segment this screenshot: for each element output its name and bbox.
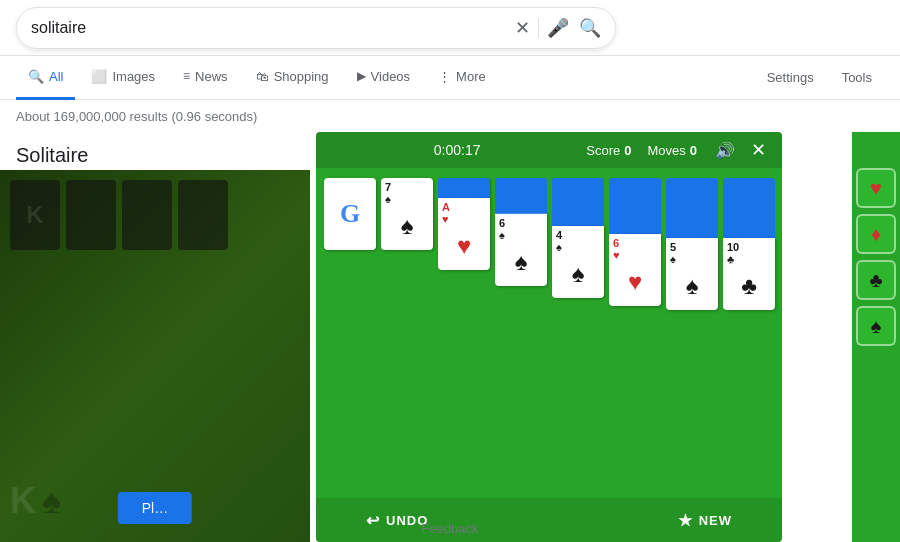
card-5-spades[interactable]: 5♠ ♠ <box>666 238 718 310</box>
card-back-4a[interactable] <box>552 178 604 194</box>
card-back-4b[interactable] <box>552 194 604 210</box>
game-close-button[interactable]: ✕ <box>747 139 770 161</box>
bg-card-4 <box>178 180 228 250</box>
card-back-7e[interactable] <box>723 218 775 228</box>
undo-button[interactable]: ↩ UNDO <box>366 511 428 530</box>
tab-shopping-label: Shopping <box>274 69 329 84</box>
game-header: 0:00:17 Score 0 Moves 0 🔊 ✕ <box>316 132 782 168</box>
tab-images[interactable]: ⬜ Images <box>79 56 167 100</box>
card-rank-top: 10♣ <box>727 241 771 265</box>
tools-label: Tools <box>842 70 872 85</box>
game-area: G 7♠ ♠ A♥ ♥ <box>316 168 782 498</box>
bg-card-2 <box>66 180 116 250</box>
more-icon: ⋮ <box>438 69 451 84</box>
card-column-4: 4♠ ♠ <box>552 178 604 298</box>
bg-cards-bottom: K ♠ <box>10 480 61 522</box>
tab-videos[interactable]: ▶ Videos <box>345 56 423 100</box>
search-bar: ✕ 🎤 🔍 <box>0 0 900 56</box>
card-back-5c[interactable] <box>609 206 661 220</box>
card-suit: ♠ <box>670 265 714 307</box>
tab-news-label: News <box>195 69 228 84</box>
suit-pile-diamonds[interactable]: ♦ <box>856 214 896 254</box>
card-back-4c[interactable] <box>552 210 604 226</box>
tab-shopping[interactable]: 🛍 Shopping <box>244 56 341 100</box>
card-column-5: 6♥ ♥ <box>609 178 661 306</box>
shopping-icon: 🛍 <box>256 69 269 84</box>
nav-tabs: 🔍 All ⬜ Images ≡ News 🛍 Shopping ▶ Video… <box>0 56 900 100</box>
card-10-clubs[interactable]: 10♣ ♣ <box>723 238 775 310</box>
card-back-5a[interactable] <box>609 178 661 192</box>
search-icon[interactable]: 🔍 <box>579 17 601 39</box>
card-6-spades[interactable]: 6♠ ♠ <box>495 214 547 286</box>
stock-pile[interactable]: G <box>324 178 376 250</box>
score-label: Score <box>586 143 620 158</box>
divider <box>538 18 539 38</box>
play-button[interactable]: Pl… <box>118 492 192 524</box>
new-game-button[interactable]: ★ NEW <box>678 511 732 530</box>
tab-news[interactable]: ≡ News <box>171 56 240 100</box>
bg-k-text: K <box>10 480 36 522</box>
all-icon: 🔍 <box>28 69 44 84</box>
news-icon: ≡ <box>183 69 190 83</box>
card-rank-top: 5♠ <box>670 241 714 265</box>
tab-images-label: Images <box>112 69 155 84</box>
volume-button[interactable]: 🔊 <box>707 141 743 160</box>
card-suit: ♠ <box>499 241 543 283</box>
bg-cards: K <box>10 180 228 250</box>
videos-icon: ▶ <box>357 69 366 83</box>
bg-spade-text: ♠ <box>42 480 61 522</box>
card-back-7c[interactable] <box>723 198 775 208</box>
tab-all[interactable]: 🔍 All <box>16 56 75 100</box>
card-back-3b[interactable] <box>495 196 547 214</box>
card-back-6d[interactable] <box>666 214 718 226</box>
star-icon: ★ <box>678 511 693 530</box>
card-back-7d[interactable] <box>723 208 775 218</box>
suit-pile-spades[interactable]: ♠ <box>856 306 896 346</box>
images-icon: ⬜ <box>91 69 107 84</box>
card-back-5d[interactable] <box>609 220 661 234</box>
card-rank-top: 7♠ <box>385 181 429 205</box>
tab-more[interactable]: ⋮ More <box>426 56 498 100</box>
game-panel: 0:00:17 Score 0 Moves 0 🔊 ✕ G 7♠ ♠ <box>316 132 782 542</box>
card-back-7b[interactable] <box>723 188 775 198</box>
settings-label: Settings <box>767 70 814 85</box>
undo-icon: ↩ <box>366 511 380 530</box>
card-back-6e[interactable] <box>666 226 718 238</box>
card-back-6a[interactable] <box>666 178 718 190</box>
card-rank-top: 4♠ <box>556 229 600 253</box>
mic-icon[interactable]: 🎤 <box>547 17 569 39</box>
card-rank-top: 6♥ <box>613 237 657 261</box>
card-column-2: A♥ ♥ <box>438 178 490 270</box>
game-background: K K ♠ Pl… <box>0 170 310 542</box>
card-back-6c[interactable] <box>666 202 718 214</box>
tools-tab[interactable]: Tools <box>830 56 884 100</box>
suit-pile-hearts[interactable]: ♥ <box>856 168 896 208</box>
card-back-1[interactable] <box>438 178 490 198</box>
card-column-3: 6♠ ♠ <box>495 178 547 286</box>
right-suit-piles: ♥ ♦ ♣ ♠ <box>852 132 900 542</box>
settings-tab[interactable]: Settings <box>755 56 826 100</box>
suit-pile-clubs[interactable]: ♣ <box>856 260 896 300</box>
card-back-5b[interactable] <box>609 192 661 206</box>
card-back-7a[interactable] <box>723 178 775 188</box>
bg-card-3 <box>122 180 172 250</box>
card-back-7f[interactable] <box>723 228 775 238</box>
card-7-spades[interactable]: 7♠ ♠ <box>381 178 433 250</box>
google-g-icon: G <box>340 199 360 229</box>
clear-icon[interactable]: ✕ <box>515 17 530 39</box>
card-suit: ♠ <box>385 205 429 247</box>
card-4-spades[interactable]: 4♠ ♠ <box>552 226 604 298</box>
card-back-3a[interactable] <box>495 178 547 196</box>
card-column-7: 10♣ ♣ <box>723 178 775 310</box>
feedback-link[interactable]: Feedback <box>421 521 478 536</box>
game-controls: ↩ UNDO ★ NEW <box>316 498 782 542</box>
card-ace-hearts[interactable]: A♥ ♥ <box>438 198 490 270</box>
card-back-6b[interactable] <box>666 190 718 202</box>
search-input[interactable] <box>31 19 515 37</box>
tab-videos-label: Videos <box>371 69 411 84</box>
moves-value: 0 <box>690 143 697 158</box>
solitaire-title: Solitaire <box>16 144 88 167</box>
score-value: 0 <box>624 143 631 158</box>
card-6-hearts[interactable]: 6♥ ♥ <box>609 234 661 306</box>
results-count: About 169,000,000 results (0.96 seconds) <box>0 100 900 132</box>
